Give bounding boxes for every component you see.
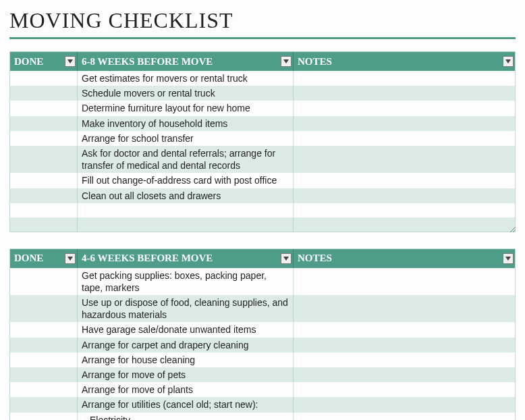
done-cell[interactable] bbox=[10, 203, 78, 217]
table-row[interactable]: Get estimates for movers or rental truck bbox=[10, 71, 515, 86]
notes-cell[interactable] bbox=[294, 382, 515, 397]
notes-cell[interactable] bbox=[294, 101, 515, 115]
notes-cell[interactable] bbox=[294, 71, 515, 86]
task-cell[interactable]: Use up or dispose of food, cleaning supp… bbox=[78, 295, 294, 322]
table-row[interactable] bbox=[10, 217, 515, 232]
done-cell[interactable] bbox=[10, 295, 78, 322]
table-row[interactable]: Fill out change-of-address card with pos… bbox=[10, 173, 515, 188]
table-row[interactable]: Arrange for utilities (cancel old; start… bbox=[10, 397, 515, 412]
table-header: DONE 6-8 WEEKS BEFORE MOVE NOTES bbox=[10, 52, 515, 71]
task-cell[interactable]: Electricity bbox=[78, 413, 294, 420]
table-row[interactable]: Have garage sale/donate unwanted items bbox=[10, 322, 515, 337]
task-cell[interactable] bbox=[78, 217, 294, 232]
task-cell[interactable]: Ask for doctor and dental referrals; arr… bbox=[78, 146, 294, 173]
done-cell[interactable] bbox=[10, 367, 78, 382]
table-header: DONE 4-6 WEEKS BEFORE MOVE NOTES bbox=[10, 249, 515, 268]
task-cell[interactable]: Arrange for house cleaning bbox=[78, 352, 294, 367]
task-cell[interactable]: Have garage sale/donate unwanted items bbox=[78, 322, 294, 337]
table-row[interactable]: Get packing supplies: boxes, packing pap… bbox=[10, 268, 515, 295]
task-cell[interactable]: Arrange for move of pets bbox=[78, 367, 294, 382]
notes-cell[interactable] bbox=[294, 397, 515, 412]
filter-done-icon[interactable] bbox=[65, 253, 76, 264]
task-cell[interactable]: Schedule movers or rental truck bbox=[78, 86, 294, 101]
notes-cell[interactable] bbox=[294, 173, 515, 188]
done-cell[interactable] bbox=[10, 173, 78, 188]
notes-cell[interactable] bbox=[294, 203, 515, 217]
done-cell[interactable] bbox=[10, 71, 78, 86]
filter-task-icon[interactable] bbox=[281, 56, 292, 67]
done-cell[interactable] bbox=[10, 86, 78, 101]
checklist-section: DONE 6-8 WEEKS BEFORE MOVE NOTES Get est… bbox=[9, 51, 516, 232]
notes-cell[interactable] bbox=[294, 217, 515, 232]
header-label: NOTES bbox=[298, 56, 332, 68]
table-row[interactable]: Make inventory of household items bbox=[10, 116, 515, 131]
task-cell[interactable]: Arrange for utilities (cancel old; start… bbox=[78, 397, 294, 412]
done-cell[interactable] bbox=[10, 116, 78, 131]
table-row[interactable]: Electricity bbox=[10, 413, 515, 420]
table-row[interactable]: Arrange for house cleaning bbox=[10, 352, 515, 367]
table-row[interactable]: Arrange for move of pets bbox=[10, 367, 515, 382]
notes-cell[interactable] bbox=[294, 413, 515, 420]
task-cell[interactable]: Make inventory of household items bbox=[78, 116, 294, 131]
notes-cell[interactable] bbox=[294, 295, 515, 322]
notes-cell[interactable] bbox=[294, 338, 515, 352]
task-cell[interactable]: Arrange for school transfer bbox=[78, 131, 294, 146]
task-cell[interactable]: Get estimates for movers or rental truck bbox=[78, 71, 294, 86]
task-cell[interactable]: Fill out change-of-address card with pos… bbox=[78, 173, 294, 188]
notes-cell[interactable] bbox=[294, 322, 515, 337]
done-cell[interactable] bbox=[10, 268, 78, 295]
filter-done-icon[interactable] bbox=[65, 56, 76, 67]
column-header-done[interactable]: DONE bbox=[10, 249, 78, 268]
column-header-notes[interactable]: NOTES bbox=[294, 52, 515, 71]
done-cell[interactable] bbox=[10, 413, 78, 420]
filter-notes-icon[interactable] bbox=[503, 56, 514, 67]
header-label: 4-6 WEEKS BEFORE MOVE bbox=[82, 253, 213, 264]
notes-cell[interactable] bbox=[294, 131, 515, 146]
table-row[interactable]: Use up or dispose of food, cleaning supp… bbox=[10, 295, 515, 322]
done-cell[interactable] bbox=[10, 382, 78, 397]
done-cell[interactable] bbox=[10, 146, 78, 173]
table-row[interactable]: Determine furniture layout for new home bbox=[10, 101, 515, 115]
header-label: DONE bbox=[14, 56, 43, 68]
header-label: DONE bbox=[14, 253, 43, 264]
table-row[interactable]: Arrange for carpet and drapery cleaning bbox=[10, 338, 515, 352]
column-header-task[interactable]: 6-8 WEEKS BEFORE MOVE bbox=[78, 52, 294, 71]
task-cell[interactable]: Determine furniture layout for new home bbox=[78, 101, 294, 115]
checklist-section: DONE 4-6 WEEKS BEFORE MOVE NOTES Get pac… bbox=[9, 248, 516, 420]
filter-notes-icon[interactable] bbox=[503, 253, 514, 264]
notes-cell[interactable] bbox=[294, 352, 515, 367]
task-cell[interactable] bbox=[78, 203, 294, 217]
table-row[interactable] bbox=[10, 203, 515, 217]
header-label: NOTES bbox=[298, 253, 332, 264]
done-cell[interactable] bbox=[10, 101, 78, 115]
table-row[interactable]: Clean out all closets and drawers bbox=[10, 188, 515, 203]
resize-handle-icon[interactable] bbox=[509, 226, 516, 232]
task-cell[interactable]: Get packing supplies: boxes, packing pap… bbox=[78, 268, 294, 295]
table-row[interactable]: Arrange for move of plants bbox=[10, 382, 515, 397]
filter-task-icon[interactable] bbox=[281, 253, 292, 264]
column-header-notes[interactable]: NOTES bbox=[294, 249, 515, 268]
done-cell[interactable] bbox=[10, 352, 78, 367]
notes-cell[interactable] bbox=[294, 116, 515, 131]
task-cell[interactable]: Arrange for move of plants bbox=[78, 382, 294, 397]
notes-cell[interactable] bbox=[294, 188, 515, 203]
header-label: 6-8 WEEKS BEFORE MOVE bbox=[82, 56, 213, 68]
done-cell[interactable] bbox=[10, 322, 78, 337]
table-row[interactable]: Schedule movers or rental truck bbox=[10, 86, 515, 101]
column-header-done[interactable]: DONE bbox=[10, 52, 78, 71]
table-row[interactable]: Ask for doctor and dental referrals; arr… bbox=[10, 146, 515, 173]
notes-cell[interactable] bbox=[294, 146, 515, 173]
done-cell[interactable] bbox=[10, 397, 78, 412]
notes-cell[interactable] bbox=[294, 86, 515, 101]
notes-cell[interactable] bbox=[294, 367, 515, 382]
done-cell[interactable] bbox=[10, 131, 78, 146]
column-header-task[interactable]: 4-6 WEEKS BEFORE MOVE bbox=[78, 249, 294, 268]
page-title: MOVING CHECKLIST bbox=[9, 8, 516, 39]
done-cell[interactable] bbox=[10, 217, 78, 232]
done-cell[interactable] bbox=[10, 338, 78, 352]
notes-cell[interactable] bbox=[294, 268, 515, 295]
task-cell[interactable]: Arrange for carpet and drapery cleaning bbox=[78, 338, 294, 352]
table-row[interactable]: Arrange for school transfer bbox=[10, 131, 515, 146]
done-cell[interactable] bbox=[10, 188, 78, 203]
task-cell[interactable]: Clean out all closets and drawers bbox=[78, 188, 294, 203]
